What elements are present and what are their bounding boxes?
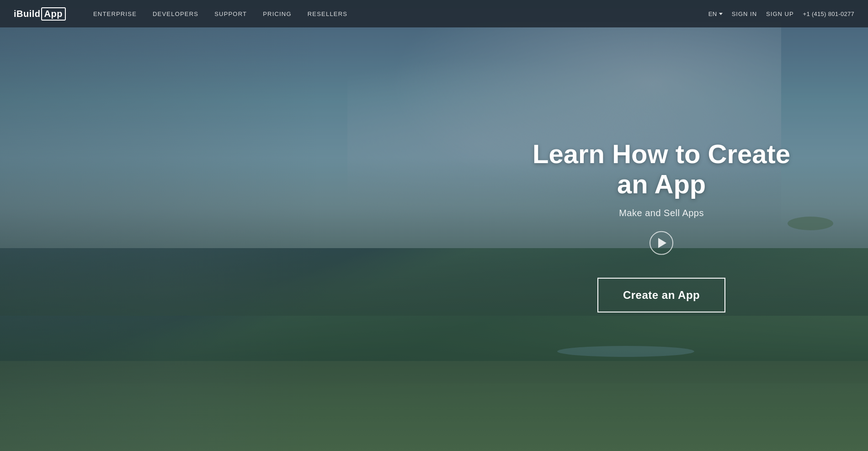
- logo-part1: iBuild: [14, 9, 41, 19]
- nav-support[interactable]: SUPPORT: [214, 11, 247, 17]
- navbar: iBuildApp ENTERPRISE DEVELOPERS SUPPORT …: [0, 0, 868, 27]
- hero-section: iBuildApp ENTERPRISE DEVELOPERS SUPPORT …: [0, 0, 868, 451]
- nav-developers[interactable]: DEVELOPERS: [153, 11, 198, 17]
- logo-text: iBuildApp: [14, 7, 66, 21]
- hero-content: Learn How to Create an App Make and Sell…: [524, 138, 799, 312]
- language-label: EN: [708, 11, 717, 17]
- logo-part2: App: [41, 7, 66, 21]
- play-icon: [658, 238, 666, 248]
- nav-enterprise[interactable]: ENTERPRISE: [93, 11, 137, 17]
- nav-right: EN SIGN IN SIGN UP +1 (415) 801-0277: [708, 11, 854, 17]
- phone-number: +1 (415) 801-0277: [803, 11, 854, 17]
- sign-up-link[interactable]: SIGN UP: [766, 11, 793, 17]
- nav-pricing[interactable]: PRICING: [263, 11, 292, 17]
- logo[interactable]: iBuildApp: [14, 7, 66, 21]
- language-selector[interactable]: EN: [708, 11, 723, 17]
- sign-in-link[interactable]: SIGN IN: [732, 11, 757, 17]
- hero-title: Learn How to Create an App: [524, 138, 799, 199]
- people-area: [0, 27, 320, 451]
- play-button[interactable]: [650, 231, 673, 255]
- hero-subtitle: Make and Sell Apps: [524, 208, 799, 218]
- chevron-down-icon: [719, 13, 723, 15]
- nav-resellers[interactable]: RESELLERS: [308, 11, 347, 17]
- create-app-button[interactable]: Create an App: [597, 278, 725, 313]
- nav-links: ENTERPRISE DEVELOPERS SUPPORT PRICING RE…: [93, 11, 708, 17]
